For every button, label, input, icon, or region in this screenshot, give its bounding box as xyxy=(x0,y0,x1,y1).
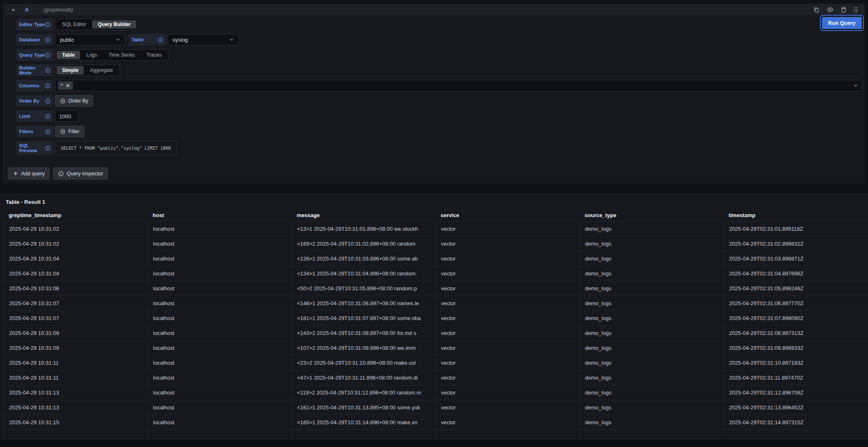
table-cell: 2025-04-29T02:31:13.896452Z xyxy=(724,400,868,415)
collapse-query-row-button[interactable] xyxy=(11,7,16,12)
filters-info-icon[interactable] xyxy=(45,129,50,134)
table-cell: localhost xyxy=(148,341,292,355)
plus-icon xyxy=(13,171,18,176)
limit-input[interactable] xyxy=(55,110,79,122)
database-select[interactable]: public xyxy=(55,34,125,45)
editor-type-option-query-builder[interactable]: Query Builder xyxy=(92,20,136,29)
table-cell: 2025-04-29T02:31:02.896832Z xyxy=(724,237,868,251)
query-type-option-time-series[interactable]: Time Series xyxy=(103,51,140,59)
table-label: Table xyxy=(129,34,166,45)
editor-type-radio-group: SQL Editor Query Builder xyxy=(55,19,138,30)
remove-column-button[interactable] xyxy=(66,84,70,88)
order-by-row: Order By Order By xyxy=(16,95,862,107)
column-header-service[interactable]: service xyxy=(436,212,580,218)
table-cell xyxy=(148,430,292,435)
table-cell: <181>1 2025-04-29T10:31:07.897+08:00 som… xyxy=(292,311,436,325)
query-type-option-traces[interactable]: Traces xyxy=(141,51,167,59)
table-row[interactable]: 2025-04-29 10:31:06 localhost <50>2 2025… xyxy=(4,281,868,296)
chevron-down-icon xyxy=(853,83,858,88)
table-cell: 2025-04-29T02:31:03.896871Z xyxy=(724,251,868,266)
column-header-host[interactable]: host xyxy=(148,212,292,218)
columns-row: Columns * xyxy=(16,80,862,91)
builder-mode-option-simple[interactable]: Simple xyxy=(57,66,84,74)
editor-type-info-icon[interactable] xyxy=(45,22,50,27)
table-row[interactable]: 2025-04-29 10:31:09 localhost <143>2 202… xyxy=(4,326,868,341)
table-cell: 2025-04-29 10:31:11 xyxy=(4,371,148,385)
table-cell: 2025-04-29T02:31:04.897696Z xyxy=(724,266,868,281)
query-ref-id[interactable]: A xyxy=(25,7,29,13)
builder-mode-option-aggregate[interactable]: Aggregate xyxy=(84,66,118,74)
add-query-button[interactable]: Add query xyxy=(8,167,50,179)
query-type-info-icon[interactable] xyxy=(45,53,50,58)
table-cell: localhost xyxy=(148,371,292,385)
builder-mode-info-icon[interactable] xyxy=(45,68,50,73)
query-inspector-button[interactable]: Query inspector xyxy=(53,167,108,179)
columns-info-icon[interactable] xyxy=(45,83,50,88)
table-cell: localhost xyxy=(148,266,292,281)
table-cell: 2025-04-29T02:31:08.897313Z xyxy=(724,326,868,340)
editor-type-option-sql-editor[interactable]: SQL Editor xyxy=(57,20,91,29)
query-header-actions xyxy=(813,7,860,13)
table-cell: <126>1 2025-04-29T10:31:03.896+08:00 som… xyxy=(292,251,436,266)
table-cell xyxy=(4,430,148,435)
table-row[interactable]: 2025-04-29 10:31:13 localhost <119>2 202… xyxy=(4,385,868,400)
table-cell: demo_logs xyxy=(580,400,724,415)
table-row[interactable]: 2025-04-29 10:31:09 localhost <107>2 202… xyxy=(4,341,868,356)
table-row[interactable]: 2025-04-29 10:31:04 localhost <126>1 202… xyxy=(4,251,868,266)
duplicate-query-button[interactable] xyxy=(813,7,820,13)
query-type-option-logs[interactable]: Logs xyxy=(81,51,102,59)
table-cell: 2025-04-29T02:31:10.897183Z xyxy=(724,356,868,370)
table-cell: localhost xyxy=(148,281,292,296)
table-row[interactable]: 2025-04-29 10:31:15 localhost <165>1 202… xyxy=(4,415,868,430)
chevron-down-icon xyxy=(11,7,16,12)
sql-preview-info-icon[interactable] xyxy=(45,146,50,151)
table-cell: demo_logs xyxy=(580,341,724,355)
table-cell: 2025-04-29 10:31:09 xyxy=(4,341,148,355)
column-header-source-type[interactable]: source_type xyxy=(580,212,724,218)
column-header-timestamp[interactable]: timestamp xyxy=(724,212,868,218)
editor-type-row: Editor Type SQL Editor Query Builder xyxy=(16,19,862,30)
database-info-icon[interactable] xyxy=(45,37,50,43)
table-cell: <134>1 2025-04-29T10:31:04.896+08:00 ran… xyxy=(292,266,436,281)
sql-preview-label: SQL Preview xyxy=(16,141,53,155)
table-cell: demo_logs xyxy=(580,251,724,266)
table-cell: vector xyxy=(436,222,580,236)
limit-info-icon[interactable] xyxy=(45,114,50,119)
table-row[interactable]: 2025-04-29 10:31:11 localhost <23>2 2025… xyxy=(4,356,868,371)
table-cell: <107>2 2025-04-29T10:31:09.896+08:00 we.… xyxy=(292,341,436,355)
add-order-by-button[interactable]: Order By xyxy=(55,95,93,107)
table-cell: <143>2 2025-04-29T10:31:08.897+08:00 for… xyxy=(292,326,436,340)
grafana-query-editor-screen: A (greptimedb) xyxy=(0,0,868,447)
query-type-option-table[interactable]: Table xyxy=(57,51,80,59)
drag-query-handle[interactable] xyxy=(854,7,858,13)
order-by-label: Order By xyxy=(16,95,53,107)
order-by-info-icon[interactable] xyxy=(45,98,50,104)
table-cell: 2025-04-29 10:31:11 xyxy=(4,356,148,370)
table-select[interactable]: syslog xyxy=(168,34,239,45)
table-row xyxy=(4,430,868,435)
table-row[interactable]: 2025-04-29 10:31:07 localhost <146>1 202… xyxy=(4,296,868,311)
trash-icon xyxy=(841,7,846,13)
table-row[interactable]: 2025-04-29 10:31:11 localhost <47>1 2025… xyxy=(4,371,868,385)
table-cell: 2025-04-29T02:31:09.896933Z xyxy=(724,341,868,355)
table-row[interactable]: 2025-04-29 10:31:02 localhost <169>2 202… xyxy=(4,237,868,251)
table-row[interactable]: 2025-04-29 10:31:07 localhost <181>1 202… xyxy=(4,311,868,326)
table-row[interactable]: 2025-04-29 10:31:02 localhost <13>1 2025… xyxy=(4,222,868,237)
add-filter-button[interactable]: Filter xyxy=(55,126,84,137)
table-cell: demo_logs xyxy=(580,356,724,370)
chevron-down-icon xyxy=(115,37,120,42)
table-cell: localhost xyxy=(148,311,292,325)
table-cell: 2025-04-29 10:31:04 xyxy=(4,251,148,266)
columns-multiselect[interactable]: * xyxy=(55,80,862,91)
plus-circle-icon xyxy=(60,98,65,104)
delete-query-button[interactable] xyxy=(841,7,846,13)
column-header-message[interactable]: message xyxy=(292,212,436,218)
table-row[interactable]: 2025-04-29 10:31:04 localhost <134>1 202… xyxy=(4,266,868,281)
column-header-greptime-timestamp[interactable]: greptime_timestamp xyxy=(4,212,148,218)
toggle-query-visibility-button[interactable] xyxy=(827,7,834,13)
table-info-icon[interactable] xyxy=(158,37,163,43)
table-cell: demo_logs xyxy=(580,326,724,340)
table-row[interactable]: 2025-04-29 10:31:13 localhost <161>1 202… xyxy=(4,400,868,415)
table-cell xyxy=(292,430,436,435)
table-cell: vector xyxy=(436,371,580,385)
